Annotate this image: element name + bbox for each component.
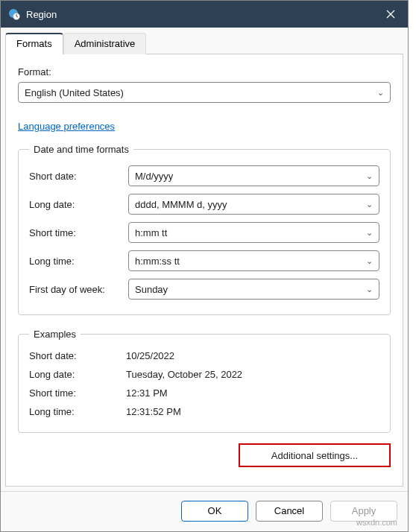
long-date-value: dddd, MMMM d, yyyy — [135, 199, 227, 210]
format-label: Format: — [18, 66, 391, 77]
long-time-dropdown[interactable]: h:mm:ss tt ⌄ — [128, 250, 379, 271]
region-dialog: Region Formats Administrative Format: En… — [0, 0, 409, 532]
format-value: English (United States) — [25, 87, 124, 98]
example-short-time-value: 12:31 PM — [126, 387, 168, 399]
examples-group: Examples Short date: 10/25/2022 Long dat… — [18, 329, 391, 433]
long-time-value: h:mm:ss tt — [135, 256, 180, 267]
chevron-down-icon: ⌄ — [366, 171, 373, 181]
titlebar: Region — [1, 1, 408, 28]
long-date-label: Long date: — [29, 199, 122, 210]
formats-panel: Format: English (United States) ⌄ Langua… — [5, 54, 403, 487]
date-time-formats-legend: Date and time formats — [29, 144, 133, 155]
first-day-value: Sunday — [135, 284, 168, 295]
tab-formats[interactable]: Formats — [5, 33, 63, 54]
chevron-down-icon: ⌄ — [366, 228, 373, 238]
language-preferences-link[interactable]: Language preferences — [18, 121, 115, 132]
short-date-value: M/d/yyyy — [135, 171, 173, 182]
globe-clock-icon — [8, 8, 20, 20]
short-time-dropdown[interactable]: h:mm tt ⌄ — [128, 222, 379, 243]
tab-administrative[interactable]: Administrative — [63, 33, 147, 54]
example-short-date-value: 10/25/2022 — [126, 350, 174, 361]
short-date-label: Short date: — [29, 171, 122, 182]
example-long-time-label: Long time: — [29, 406, 126, 417]
example-long-date-label: Long date: — [29, 369, 126, 380]
additional-settings-button[interactable]: Additional settings... — [239, 443, 391, 467]
date-time-formats-group: Date and time formats Short date: M/d/yy… — [18, 144, 391, 315]
close-button[interactable] — [374, 1, 408, 28]
chevron-down-icon: ⌄ — [366, 200, 373, 209]
examples-legend: Examples — [29, 329, 81, 340]
example-short-time-label: Short time: — [29, 387, 126, 399]
tabstrip: Formats Administrative — [5, 32, 403, 54]
example-short-date-label: Short date: — [29, 350, 126, 361]
close-icon — [386, 10, 395, 19]
short-date-dropdown[interactable]: M/d/yyyy ⌄ — [128, 165, 379, 186]
format-dropdown[interactable]: English (United States) ⌄ — [18, 82, 391, 103]
first-day-dropdown[interactable]: Sunday ⌄ — [128, 279, 379, 300]
long-time-label: Long time: — [29, 256, 122, 267]
example-long-time-value: 12:31:52 PM — [126, 406, 181, 417]
long-date-dropdown[interactable]: dddd, MMMM d, yyyy ⌄ — [128, 194, 379, 215]
short-time-value: h:mm tt — [135, 227, 167, 238]
short-time-label: Short time: — [29, 227, 122, 238]
example-long-date-value: Tuesday, October 25, 2022 — [126, 369, 242, 380]
dialog-footer: OK Cancel Apply — [1, 491, 408, 530]
ok-button[interactable]: OK — [181, 501, 248, 522]
first-day-label: First day of week: — [29, 284, 122, 295]
chevron-down-icon: ⌄ — [366, 256, 373, 266]
watermark-text: wsxdn.com — [356, 518, 397, 527]
window-title: Region — [26, 9, 374, 20]
cancel-button[interactable]: Cancel — [256, 501, 323, 522]
chevron-down-icon: ⌄ — [366, 285, 373, 294]
chevron-down-icon: ⌄ — [377, 88, 384, 98]
